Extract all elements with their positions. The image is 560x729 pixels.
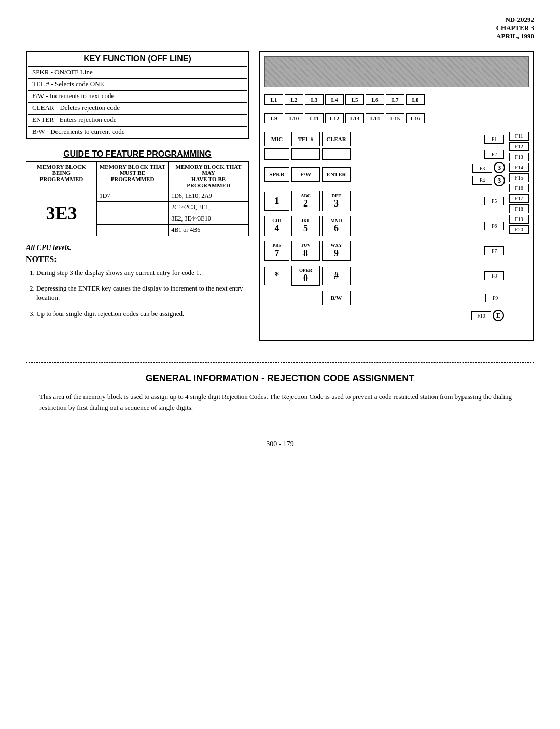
fn-key-F20: F20 xyxy=(509,225,529,234)
key-function-table: SPKR - ON/OFF LineTEL # - Selects code O… xyxy=(27,65,248,138)
page-number: 300 - 179 xyxy=(26,440,534,448)
fn-key-F14: F14 xyxy=(509,163,529,172)
line-keys-top-row: L1 L2 L3 L4 L5 L6 L7 L8 xyxy=(264,94,529,105)
fn-key-F19: F19 xyxy=(509,215,529,224)
badge-3: 3 xyxy=(494,162,505,173)
all-cpu-label: All CPU levels. xyxy=(26,244,249,252)
notes-section: NOTES: During step 3 the display shows a… xyxy=(26,255,249,319)
note-3: Up to four single digit rejection codes … xyxy=(36,309,249,319)
line-key-L15: L15 xyxy=(386,113,404,123)
key-star: * xyxy=(264,267,289,285)
key-tel-hash: TEL # xyxy=(291,132,320,146)
fn-key-F6: F6 xyxy=(484,222,504,230)
guide-row4-col3: 4B1 or 4B6 xyxy=(169,225,249,236)
badge-E: E xyxy=(493,310,504,321)
fn-key-F16: F16 xyxy=(509,184,529,192)
guide-row2-col2 xyxy=(96,202,168,213)
fn-key-F17: F17 xyxy=(509,194,529,203)
keyboard-row-4: GHI 4 JKL 5 MNO 6 xyxy=(264,216,506,236)
fn-key-F3: F3 xyxy=(472,164,492,173)
line-key-L9: L9 xyxy=(264,113,283,123)
key-function-title: KEY FUNCTION (OFF LINE) xyxy=(27,52,248,65)
key-function-row: SPKR - ON/OFF Line xyxy=(28,66,247,77)
line-keys-bottom-row: L9 L10 L11 L12 L13 L14 L15 L16 xyxy=(264,113,529,123)
key-function-row: F/W - Increments to next code xyxy=(28,90,247,101)
key-8: TUV 8 xyxy=(291,241,320,261)
keyboard-row-6: * OPER 0 # F8 xyxy=(264,266,506,286)
memory-block-3e3: 3E3 xyxy=(40,200,82,226)
display-box-2 xyxy=(291,148,320,160)
key-4: GHI 4 xyxy=(264,216,289,236)
line-key-L16: L16 xyxy=(406,113,425,123)
guide-row3-col3: 3E2, 3E4~3E10 xyxy=(169,213,249,225)
display-box-1 xyxy=(264,148,289,160)
line-key-L6: L6 xyxy=(366,94,384,105)
fn-key-F13: F13 xyxy=(509,153,529,161)
fn-key-F10: F10 xyxy=(471,311,491,320)
fn-key-F11: F11 xyxy=(509,132,529,141)
badge-3b: 3 xyxy=(494,175,505,186)
fn-key-F7: F7 xyxy=(484,246,504,255)
line-key-L2: L2 xyxy=(285,94,303,105)
line-key-L3: L3 xyxy=(305,94,324,105)
key-function-row: TEL # - Selects code ONE xyxy=(28,78,247,89)
key-1: 1 xyxy=(264,192,289,211)
display-area xyxy=(264,56,529,87)
fn-key-F1: F1 xyxy=(484,135,504,144)
notes-list: During step 3 the display shows any curr… xyxy=(36,268,249,319)
note-1: During step 3 the display shows any curr… xyxy=(36,268,249,278)
keyboard-row-8: F10 E xyxy=(264,310,506,321)
key-enter: ENTER xyxy=(322,167,351,182)
keyboard-row-2: SPKR F/W ENTER F3 F4 xyxy=(264,162,506,186)
keyboard-row-5: PRS 7 TUV 8 WXY 9 xyxy=(264,241,506,261)
page-header: ND-20292 CHAPTER 3 APRIL, 1990 xyxy=(26,16,534,40)
chapter: CHAPTER 3 xyxy=(26,24,534,32)
fn-key-F9: F9 xyxy=(485,294,505,302)
bottom-section: GENERAL INFORMATION - REJECTION CODE ASS… xyxy=(26,362,534,424)
line-key-L10: L10 xyxy=(285,113,303,123)
line-key-L12: L12 xyxy=(325,113,344,123)
key-fw: F/W xyxy=(291,167,320,182)
key-spkr: SPKR xyxy=(264,167,289,182)
key-9: WXY 9 xyxy=(322,241,351,261)
note-2: Depressing the ENTER key causes the disp… xyxy=(36,284,249,302)
line-key-L1: L1 xyxy=(264,94,283,105)
left-margin-line xyxy=(13,52,14,156)
key-0: OPER 0 xyxy=(291,266,320,286)
guide-row4-col2 xyxy=(96,225,168,236)
guide-col1-header: MEMORY BLOCK BEINGPROGRAMMED xyxy=(26,162,97,190)
guide-col2-header: MEMORY BLOCK THATMUST BE PROGRAMMED xyxy=(96,162,168,190)
fn-key-F15: F15 xyxy=(509,173,529,182)
guide-row3-col2 xyxy=(96,213,168,225)
notes-title: NOTES: xyxy=(26,255,249,264)
line-key-L5: L5 xyxy=(345,94,364,105)
line-key-L13: L13 xyxy=(345,113,364,123)
keyboard-row-7: B/W F9 xyxy=(264,291,506,305)
guide-row2-col3: 2C1~2C3, 3E1, xyxy=(169,202,249,213)
guide-col3-header: MEMORY BLOCK THAT MAYHAVE TO BE PROGRAMM… xyxy=(169,162,249,190)
line-key-L11: L11 xyxy=(305,113,324,123)
keyboard-diagram: L1 L2 L3 L4 L5 L6 L7 L8 L9 L10 L11 xyxy=(259,51,534,341)
key-function-section: KEY FUNCTION (OFF LINE) SPKR - ON/OFF Li… xyxy=(26,51,249,139)
fn-key-F18: F18 xyxy=(509,204,529,213)
fn-key-F2: F2 xyxy=(484,150,504,159)
bottom-text: This area of the memory block is used to… xyxy=(39,392,521,414)
key-2: ABC 2 xyxy=(291,191,320,211)
doc-number: ND-20292 xyxy=(26,16,534,24)
line-key-L8: L8 xyxy=(406,94,425,105)
key-3: DEF 3 xyxy=(322,191,351,211)
key-function-row: ENTER - Enters rejection code xyxy=(28,114,247,125)
bottom-title: GENERAL INFORMATION - REJECTION CODE ASS… xyxy=(39,373,521,384)
key-clear: CLEAR xyxy=(322,132,351,146)
date: APRIL, 1990 xyxy=(26,32,534,40)
guide-row1-col2: 1D7 xyxy=(96,190,168,202)
line-key-L14: L14 xyxy=(366,113,384,123)
fn-key-F5: F5 xyxy=(484,197,504,205)
key-6: MNO 6 xyxy=(322,216,351,236)
key-7: PRS 7 xyxy=(264,241,289,261)
keyboard-row-1: MIC TEL # CLEAR F1 xyxy=(264,132,506,146)
keyboard-row-3: 1 ABC 2 DEF 3 F5 xyxy=(264,191,506,211)
guide-table: MEMORY BLOCK BEINGPROGRAMMED MEMORY BLOC… xyxy=(26,161,249,236)
guide-section: GUIDE TO FEATURE PROGRAMMING MEMORY BLOC… xyxy=(26,149,249,236)
key-5: JKL 5 xyxy=(291,216,320,236)
